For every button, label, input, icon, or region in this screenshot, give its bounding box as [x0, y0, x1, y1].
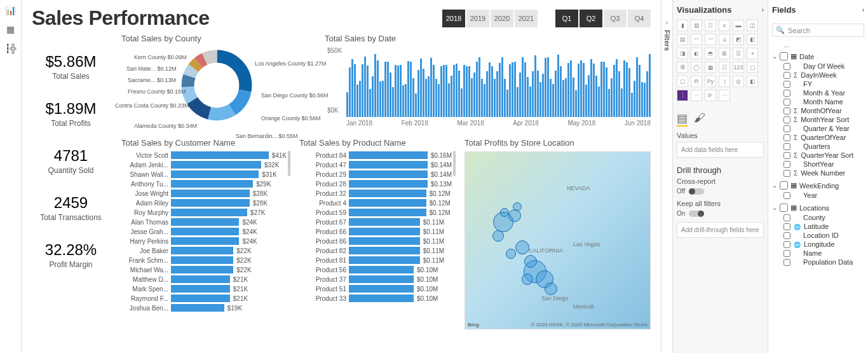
hbar-row[interactable]: Jesse Grah...$24K — [121, 228, 287, 235]
hbar-row[interactable]: Joe Baker$22K — [121, 247, 287, 254]
drillthrough-field-well[interactable]: Add drill-through fields here — [677, 222, 764, 238]
viz-type-icon[interactable]: ▬ — [733, 20, 744, 31]
viz-type-icon[interactable]: ◫ — [747, 20, 758, 31]
hbar-row[interactable]: Harry Perkins$24K — [121, 237, 287, 245]
year-slicer-2019[interactable]: 2019 — [466, 10, 489, 27]
kpi-card[interactable]: 4781Quantity Sold — [32, 147, 110, 175]
viz-type-icon[interactable]: ☷ — [719, 62, 730, 73]
hbar-row[interactable]: Product 28$0.13M — [299, 180, 452, 188]
field-checkbox[interactable] — [783, 90, 790, 97]
field-item[interactable]: Quarter & Year — [772, 124, 864, 133]
hbar-row[interactable]: Michael Wa...$22K — [121, 266, 287, 273]
map-bubble[interactable] — [513, 202, 522, 211]
hbar-row[interactable]: Product 47$0.14M — [299, 161, 452, 169]
field-checkbox[interactable] — [783, 134, 790, 141]
field-item[interactable]: QuarterOfYear — [772, 133, 864, 142]
scrollbar-thumb[interactable] — [453, 151, 456, 176]
field-item[interactable]: Longitude — [772, 240, 864, 249]
expand-filters-icon[interactable]: ‹ — [666, 19, 668, 26]
hbar-row[interactable]: Alan Thomas$24K — [121, 218, 287, 226]
field-checkbox[interactable] — [783, 161, 790, 168]
customer-bar-chart[interactable]: Total Sales by Customer Name Victor Scot… — [121, 138, 287, 329]
viz-type-icon[interactable]: ≡ — [719, 20, 730, 31]
viz-type-icon[interactable]: ▥ — [691, 20, 702, 31]
viz-type-icon[interactable]: ⊪ — [705, 90, 716, 101]
viz-type-icon[interactable]: ⊞ — [719, 48, 730, 59]
more-fields-icon[interactable]: ··· — [772, 42, 864, 51]
year-slicer-2020[interactable]: 2020 — [491, 10, 513, 27]
field-checkbox[interactable] — [783, 152, 790, 159]
field-checkbox[interactable] — [783, 232, 790, 239]
hbar-row[interactable]: Product 37$0.10M — [299, 275, 452, 283]
hbar-row[interactable]: Product 59$0.12M — [299, 209, 452, 216]
viz-type-icon[interactable]: 〰 — [705, 34, 716, 45]
viz-type-icon[interactable]: ◧ — [747, 34, 758, 45]
filters-pane-collapsed[interactable]: ‹ Filters — [661, 0, 672, 353]
hbar-row[interactable]: Raymond F...$21K — [121, 294, 287, 302]
hbar-row[interactable]: Joshua Ben...$19K — [121, 304, 287, 312]
viz-type-icon[interactable]: 〰 — [691, 34, 702, 45]
hbar-row[interactable]: Shawn Wall...$31K — [121, 170, 287, 178]
scrollbar-thumb[interactable] — [288, 151, 290, 176]
field-table-date[interactable]: ⌄ ▦ Date — [772, 51, 864, 62]
field-item[interactable]: County — [772, 213, 864, 222]
format-tab-icon[interactable]: 🖌 — [694, 111, 705, 127]
field-table-weekending[interactable]: ⌄ ▦ WeekEnding — [772, 180, 864, 191]
field-item[interactable]: Latitude — [772, 222, 864, 231]
field-checkbox[interactable] — [783, 125, 790, 132]
viz-type-icon[interactable]: Py — [705, 76, 716, 87]
field-checkbox[interactable] — [783, 116, 790, 123]
kpi-card[interactable]: $5.86MTotal Sales — [32, 53, 110, 81]
hbar-row[interactable]: Anthony Tu...$29K — [121, 180, 287, 188]
viz-type-icon[interactable]: ⋯ — [719, 90, 730, 101]
collapse-fields-icon[interactable]: › — [862, 6, 864, 13]
viz-type-icon[interactable]: ⩍ — [719, 34, 730, 45]
hbar-row[interactable]: Mark Spen...$21K — [121, 285, 287, 293]
map-bubble[interactable] — [522, 273, 533, 285]
field-item[interactable]: Quarters — [772, 142, 864, 151]
viz-type-icon[interactable]: ⟟ — [719, 76, 730, 87]
field-checkbox[interactable] — [783, 241, 790, 248]
year-slicer-2018[interactable]: 2018 — [442, 10, 465, 27]
map-bubble[interactable] — [506, 249, 516, 259]
viz-type-icon[interactable]: ◯ — [691, 62, 702, 73]
field-item[interactable]: FY — [772, 80, 864, 88]
viz-type-icon[interactable]: ◩ — [733, 34, 744, 45]
field-checkbox[interactable] — [783, 107, 790, 114]
keep-filters-toggle[interactable] — [689, 211, 704, 217]
hbar-row[interactable]: Product 66$0.11M — [299, 228, 452, 235]
field-checkbox[interactable] — [783, 250, 790, 257]
viz-type-icon[interactable]: ▢ — [677, 76, 688, 87]
hbar-row[interactable]: Product 4$0.12M — [299, 199, 452, 207]
map-bubble[interactable] — [524, 255, 537, 268]
fields-search-input[interactable]: 🔍 Search — [772, 24, 864, 37]
viz-type-icon[interactable]: ◎ — [733, 76, 744, 87]
table-checkbox[interactable] — [780, 52, 788, 60]
hbar-row[interactable]: Product 82$0.11M — [299, 247, 452, 254]
hbar-row[interactable]: Product 33$0.10M — [299, 294, 452, 302]
kpi-card[interactable]: $1.89MTotal Profits — [32, 100, 110, 128]
viz-type-icon[interactable]: ⋮ — [677, 90, 688, 101]
field-item[interactable]: Population Data — [772, 258, 864, 266]
quarter-slicer-Q2[interactable]: Q2 — [580, 10, 602, 27]
viz-type-icon[interactable]: ☰ — [733, 48, 744, 59]
map-bubble[interactable] — [515, 240, 529, 254]
field-checkbox[interactable] — [783, 99, 790, 106]
viz-type-icon[interactable]: ▦ — [705, 62, 716, 73]
viz-type-icon[interactable]: ▮ — [677, 20, 688, 31]
field-checkbox[interactable] — [783, 63, 790, 70]
donut-chart[interactable]: Total Sales by County Los Angeles Coun — [121, 34, 312, 127]
map-bubble[interactable] — [492, 230, 504, 242]
viz-type-icon[interactable]: ⋯ — [691, 90, 702, 101]
hbar-row[interactable]: Adam Riley$28K — [121, 199, 287, 207]
cross-report-toggle[interactable] — [689, 188, 704, 195]
field-item[interactable]: QuarterYear Sort — [772, 151, 864, 160]
field-item[interactable]: ShortYear — [772, 160, 864, 169]
viz-type-icon[interactable]: R — [691, 76, 702, 87]
viz-type-icon[interactable]: ⦿ — [677, 62, 688, 73]
field-checkbox[interactable] — [783, 143, 790, 150]
field-checkbox[interactable] — [783, 81, 790, 88]
viz-type-icon[interactable]: ⌖ — [747, 48, 758, 59]
hbar-row[interactable]: Adam Jenki...$32K — [121, 161, 287, 169]
map-visual[interactable]: Total Profits by Store Location Bing © 2… — [465, 138, 651, 329]
